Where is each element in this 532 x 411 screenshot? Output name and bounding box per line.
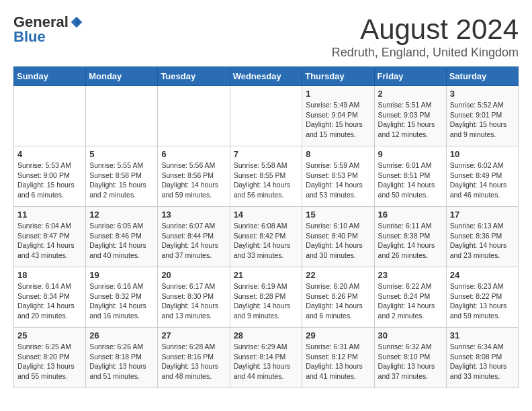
day-info: Sunset: 8:34 PM — [17, 291, 82, 302]
calendar-cell: 16Sunrise: 6:11 AMSunset: 8:38 PMDayligh… — [374, 207, 446, 267]
day-info: Sunrise: 5:49 AM — [306, 100, 370, 110]
day-info: Daylight: 14 hours and 9 minutes. — [234, 301, 299, 320]
calendar-cell — [14, 86, 86, 146]
day-info: Sunrise: 6:25 AM — [17, 342, 82, 352]
week-row-5: 25Sunrise: 6:25 AMSunset: 8:20 PMDayligh… — [14, 328, 519, 388]
day-info: Daylight: 13 hours and 44 minutes. — [234, 361, 299, 381]
day-number: 3 — [450, 89, 515, 99]
day-info: Daylight: 15 hours and 6 minutes. — [17, 180, 82, 199]
day-info: Daylight: 14 hours and 23 minutes. — [450, 240, 515, 260]
header-monday: Monday — [86, 67, 158, 86]
day-info: Daylight: 14 hours and 46 minutes. — [450, 180, 515, 199]
day-info: Daylight: 14 hours and 6 minutes. — [306, 301, 370, 320]
day-info: Sunset: 8:38 PM — [378, 231, 443, 241]
week-row-4: 18Sunrise: 6:14 AMSunset: 8:34 PMDayligh… — [14, 267, 519, 328]
calendar-cell: 28Sunrise: 6:29 AMSunset: 8:14 PMDayligh… — [230, 328, 302, 388]
day-number: 21 — [234, 270, 299, 280]
day-info: Sunrise: 6:08 AM — [234, 221, 299, 231]
calendar-cell: 8Sunrise: 5:59 AMSunset: 8:53 PMDaylight… — [302, 146, 374, 207]
day-number: 19 — [89, 270, 154, 280]
calendar-cell: 2Sunrise: 5:51 AMSunset: 9:03 PMDaylight… — [374, 86, 446, 146]
subtitle: Redruth, England, United Kingdom — [332, 46, 519, 60]
day-info: Daylight: 14 hours and 20 minutes. — [17, 301, 82, 320]
day-number: 9 — [378, 149, 443, 159]
day-info: Sunrise: 6:16 AM — [89, 281, 154, 291]
day-number: 25 — [17, 330, 82, 340]
calendar-cell: 9Sunrise: 6:01 AMSunset: 8:51 PMDaylight… — [374, 146, 446, 207]
day-number: 14 — [234, 210, 299, 220]
day-number: 24 — [450, 270, 515, 280]
day-info: Daylight: 14 hours and 26 minutes. — [378, 240, 443, 260]
day-info: Sunset: 8:12 PM — [306, 352, 370, 362]
day-info: Sunset: 8:26 PM — [306, 291, 370, 302]
day-info: Sunset: 8:40 PM — [306, 231, 370, 241]
calendar-cell: 4Sunrise: 5:53 AMSunset: 9:00 PMDaylight… — [14, 146, 86, 207]
day-info: Sunrise: 5:52 AM — [450, 100, 515, 110]
day-info: Sunset: 9:03 PM — [378, 110, 443, 120]
logo-blue: Blue — [13, 28, 46, 46]
day-info: Daylight: 13 hours and 55 minutes. — [17, 361, 82, 381]
day-info: Daylight: 14 hours and 56 minutes. — [234, 180, 299, 199]
day-number: 27 — [161, 330, 226, 340]
header-wednesday: Wednesday — [230, 67, 302, 86]
day-info: Sunrise: 6:01 AM — [378, 161, 443, 171]
day-info: Sunrise: 6:07 AM — [161, 221, 226, 231]
day-info: Sunset: 8:36 PM — [450, 231, 515, 241]
calendar-cell: 31Sunrise: 6:34 AMSunset: 8:08 PMDayligh… — [446, 328, 518, 388]
header-sunday: Sunday — [14, 67, 86, 86]
day-number: 29 — [306, 330, 370, 340]
calendar-cell: 27Sunrise: 6:28 AMSunset: 8:16 PMDayligh… — [158, 328, 230, 388]
day-info: Sunset: 8:49 PM — [450, 171, 515, 181]
day-info: Sunset: 8:20 PM — [17, 352, 82, 362]
day-info: Sunset: 8:47 PM — [17, 231, 82, 241]
calendar-cell: 26Sunrise: 6:26 AMSunset: 8:18 PMDayligh… — [86, 328, 158, 388]
calendar-cell: 29Sunrise: 6:31 AMSunset: 8:12 PMDayligh… — [302, 328, 374, 388]
day-info: Daylight: 15 hours and 12 minutes. — [378, 120, 443, 139]
calendar-cell: 11Sunrise: 6:04 AMSunset: 8:47 PMDayligh… — [14, 207, 86, 267]
day-info: Sunset: 8:16 PM — [161, 352, 226, 362]
day-info: Sunset: 9:00 PM — [17, 171, 82, 181]
day-info: Daylight: 15 hours and 2 minutes. — [89, 180, 154, 199]
day-number: 31 — [450, 330, 515, 340]
day-info: Sunset: 8:28 PM — [234, 291, 299, 302]
day-info: Sunset: 8:46 PM — [89, 231, 154, 241]
title-block: August 2024 Redruth, England, United Kin… — [332, 13, 519, 60]
day-number: 20 — [161, 270, 226, 280]
day-info: Daylight: 13 hours and 51 minutes. — [89, 361, 154, 381]
day-info: Daylight: 13 hours and 33 minutes. — [450, 361, 515, 381]
logo-icon — [70, 15, 83, 29]
day-info: Sunset: 8:56 PM — [161, 171, 226, 181]
calendar-cell — [86, 86, 158, 146]
day-info: Sunset: 8:32 PM — [89, 291, 154, 302]
day-info: Sunrise: 6:11 AM — [378, 221, 443, 231]
calendar-cell: 17Sunrise: 6:13 AMSunset: 8:36 PMDayligh… — [446, 207, 518, 267]
calendar-cell: 10Sunrise: 6:02 AMSunset: 8:49 PMDayligh… — [446, 146, 518, 207]
day-info: Daylight: 14 hours and 40 minutes. — [89, 240, 154, 260]
day-info: Sunrise: 6:29 AM — [234, 342, 299, 352]
day-number: 28 — [234, 330, 299, 340]
day-number: 12 — [89, 210, 154, 220]
day-info: Sunrise: 6:05 AM — [89, 221, 154, 231]
calendar-cell: 5Sunrise: 5:55 AMSunset: 8:58 PMDaylight… — [86, 146, 158, 207]
day-number: 8 — [306, 149, 370, 159]
calendar-cell: 6Sunrise: 5:56 AMSunset: 8:56 PMDaylight… — [158, 146, 230, 207]
day-number: 13 — [161, 210, 226, 220]
day-info: Daylight: 14 hours and 2 minutes. — [378, 301, 443, 320]
day-number: 15 — [306, 210, 370, 220]
day-info: Sunrise: 6:13 AM — [450, 221, 515, 231]
day-info: Sunrise: 6:26 AM — [89, 342, 154, 352]
calendar-cell: 25Sunrise: 6:25 AMSunset: 8:20 PMDayligh… — [14, 328, 86, 388]
day-info: Daylight: 13 hours and 37 minutes. — [378, 361, 443, 381]
week-row-2: 4Sunrise: 5:53 AMSunset: 9:00 PMDaylight… — [14, 146, 519, 207]
calendar-header-row: Sunday Monday Tuesday Wednesday Thursday… — [14, 67, 519, 86]
calendar-cell: 15Sunrise: 6:10 AMSunset: 8:40 PMDayligh… — [302, 207, 374, 267]
calendar-cell: 7Sunrise: 5:58 AMSunset: 8:55 PMDaylight… — [230, 146, 302, 207]
week-row-1: 1Sunrise: 5:49 AMSunset: 9:04 PMDaylight… — [14, 86, 519, 146]
day-info: Sunrise: 6:32 AM — [378, 342, 443, 352]
day-info: Daylight: 14 hours and 50 minutes. — [378, 180, 443, 199]
day-info: Sunrise: 6:10 AM — [306, 221, 370, 231]
week-row-3: 11Sunrise: 6:04 AMSunset: 8:47 PMDayligh… — [14, 207, 519, 267]
day-info: Sunrise: 6:20 AM — [306, 281, 370, 291]
day-info: Daylight: 14 hours and 53 minutes. — [306, 180, 370, 199]
day-info: Sunrise: 6:02 AM — [450, 161, 515, 171]
